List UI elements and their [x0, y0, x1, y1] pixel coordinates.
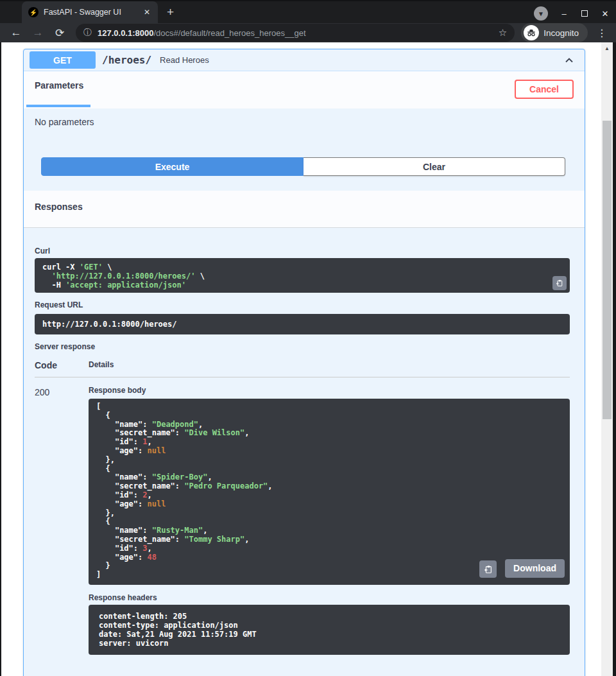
incognito-badge: Incognito — [521, 23, 588, 42]
copy-response-button[interactable] — [479, 560, 497, 578]
active-tab-underline — [26, 105, 90, 107]
request-url-value: http://127.0.0.1:8000/heroes/ — [42, 320, 177, 329]
url-host: 127.0.0.1:8000 — [98, 28, 153, 38]
tab-search-icon[interactable]: ▼ — [534, 6, 548, 21]
minimize-button[interactable]: – — [560, 9, 569, 18]
maximize-button[interactable] — [580, 9, 589, 18]
response-body-block: [ { "name": "Deadpond", "secret_name": "… — [89, 399, 570, 585]
code-column-header: Code — [35, 360, 89, 370]
scrollbar[interactable]: ▲ ▼ — [601, 42, 613, 676]
response-table-header: Code Details — [35, 360, 570, 377]
scrollbar-thumb[interactable] — [603, 121, 612, 419]
responses-body: Curl curl -X 'GET' \ 'http://127.0.0.1:8… — [24, 228, 585, 655]
copy-curl-button[interactable] — [552, 276, 567, 290]
browser-menu-icon[interactable]: ⋮ — [594, 27, 610, 39]
no-parameters-text: No parameters — [35, 117, 94, 127]
browser-titlebar: ⚡ FastAPI - Swagger UI ✕ + ▼ – ✕ — [0, 0, 616, 23]
execute-section: Execute Clear — [24, 151, 585, 191]
maximize-icon — [581, 10, 588, 17]
parameters-header: Parameters Cancel — [24, 71, 585, 108]
collapse-chevron-icon[interactable] — [563, 54, 576, 67]
tab-title: FastAPI - Swagger UI — [44, 8, 141, 17]
response-body-label: Response body — [89, 386, 570, 395]
browser-tab[interactable]: ⚡ FastAPI - Swagger UI ✕ — [22, 1, 158, 23]
browser-window: ⚡ FastAPI - Swagger UI ✕ + ▼ – ✕ ← → ⟳ ⓘ… — [0, 0, 616, 676]
response-headers-label: Response headers — [89, 593, 570, 602]
incognito-label: Incognito — [543, 28, 579, 38]
tab-parameters[interactable]: Parameters — [35, 80, 83, 91]
endpoint-path: /heroes/ — [102, 54, 151, 66]
forward-icon[interactable]: → — [28, 23, 47, 42]
incognito-icon — [524, 25, 539, 40]
reload-icon[interactable]: ⟳ — [50, 23, 69, 42]
swagger-page: GET /heroes/ Read Heroes Parameters Canc… — [1, 42, 601, 676]
responses-title: Responses — [35, 202, 83, 212]
response-row-200: 200 Response body [ { "name": "Deadpond"… — [35, 386, 570, 655]
endpoint-summary: Read Heroes — [160, 55, 563, 65]
url-path: /docs#/default/read_heroes_heroes__get — [153, 28, 493, 38]
opblock-summary[interactable]: GET /heroes/ Read Heroes — [24, 49, 585, 71]
details-column-header: Details — [89, 360, 114, 370]
tab-close-icon[interactable]: ✕ — [141, 6, 153, 18]
bookmark-star-icon[interactable]: ☆ — [499, 27, 507, 39]
site-info-icon[interactable]: ⓘ — [83, 27, 92, 39]
download-button[interactable]: Download — [505, 559, 565, 578]
cancel-button[interactable]: Cancel — [515, 80, 574, 99]
fastapi-favicon-icon: ⚡ — [28, 7, 38, 17]
opblock-get-heroes: GET /heroes/ Read Heroes Parameters Canc… — [23, 49, 585, 676]
back-icon[interactable]: ← — [6, 23, 26, 42]
responses-header: Responses — [24, 191, 585, 228]
method-badge: GET — [30, 51, 96, 69]
parameters-body: No parameters — [24, 108, 585, 151]
curl-label: Curl — [35, 247, 570, 256]
server-response-label: Server response — [35, 342, 570, 351]
new-tab-button[interactable]: + — [167, 5, 174, 19]
execute-button[interactable]: Execute — [41, 157, 304, 176]
url-bar[interactable]: ⓘ 127.0.0.1:8000 /docs#/default/read_her… — [76, 24, 515, 42]
browser-toolbar: ← → ⟳ ⓘ 127.0.0.1:8000 /docs#/default/re… — [0, 23, 616, 42]
curl-command-block: curl -X 'GET' \ 'http://127.0.0.1:8000/h… — [35, 258, 570, 293]
status-code: 200 — [35, 386, 89, 655]
scroll-up-icon[interactable]: ▲ — [601, 44, 613, 53]
clear-button[interactable]: Clear — [304, 157, 565, 176]
request-url-block: http://127.0.0.1:8000/heroes/ — [35, 314, 570, 334]
request-url-label: Request URL — [35, 300, 570, 309]
close-button[interactable]: ✕ — [601, 9, 610, 18]
response-headers-block: content-length: 205content-type: applica… — [89, 605, 570, 655]
